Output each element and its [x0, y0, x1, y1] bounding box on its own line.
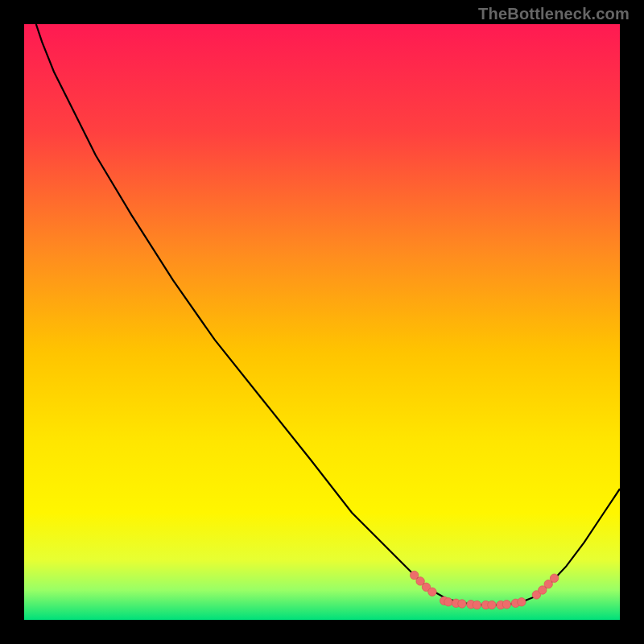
plot-area	[24, 24, 620, 620]
curve-marker	[458, 600, 466, 608]
curve-marker	[488, 601, 496, 609]
curve-marker	[428, 588, 436, 596]
bottleneck-curve	[36, 24, 620, 605]
curve-markers	[411, 571, 559, 609]
curve-marker	[502, 601, 510, 609]
curve-marker	[550, 574, 558, 582]
chart-container: TheBottleneck.com	[0, 0, 644, 644]
attribution-text: TheBottleneck.com	[478, 5, 630, 23]
curve-marker	[518, 598, 526, 606]
curve-marker	[444, 598, 452, 606]
curve-marker	[473, 601, 481, 609]
curve-layer	[24, 24, 620, 620]
